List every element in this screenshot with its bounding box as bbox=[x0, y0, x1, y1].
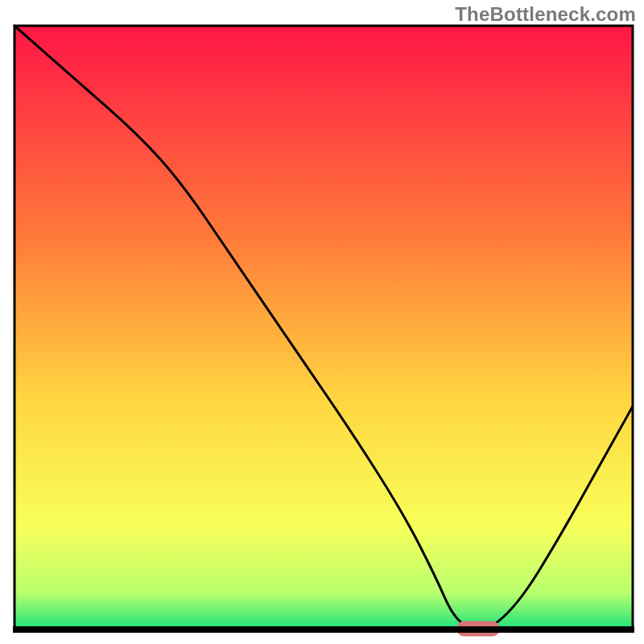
watermark-text: TheBottleneck.com bbox=[455, 3, 636, 26]
chart-container: TheBottleneck.com bbox=[0, 0, 644, 644]
plot-background bbox=[14, 26, 633, 630]
bottleneck-chart bbox=[0, 0, 644, 644]
